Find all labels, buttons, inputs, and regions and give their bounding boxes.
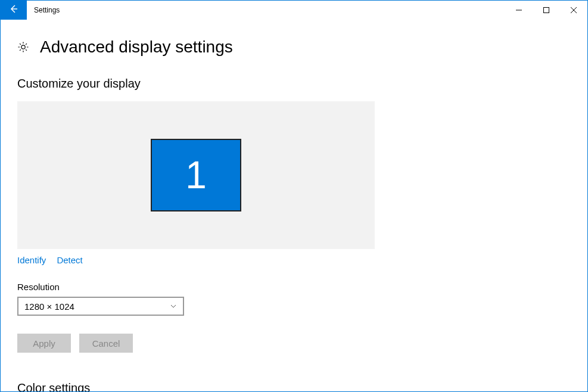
apply-button-label: Apply — [33, 338, 55, 349]
monitor-tile-1[interactable]: 1 — [151, 139, 241, 211]
display-links: Identify Detect — [17, 255, 571, 265]
svg-rect-2 — [544, 8, 549, 13]
gear-icon — [17, 41, 29, 53]
back-button[interactable] — [1, 1, 27, 20]
cancel-button-label: Cancel — [92, 338, 120, 349]
identify-link[interactable]: Identify — [17, 255, 46, 265]
app-title: Settings — [34, 6, 60, 14]
display-preview-area: 1 — [17, 101, 375, 249]
close-button[interactable] — [560, 1, 587, 20]
page-title: Advanced display settings — [40, 38, 233, 57]
page-header: Advanced display settings — [17, 38, 571, 57]
window-controls — [505, 1, 587, 20]
apply-button[interactable]: Apply — [17, 334, 71, 353]
action-button-row: Apply Cancel — [17, 334, 571, 353]
resolution-selected-value: 1280 × 1024 — [24, 301, 74, 312]
maximize-button[interactable] — [533, 1, 560, 20]
resolution-dropdown[interactable]: 1280 × 1024 — [17, 297, 184, 316]
monitor-number-label: 1 — [185, 153, 207, 197]
content-area: Advanced display settings Customize your… — [1, 20, 587, 392]
titlebar: Settings — [1, 1, 587, 20]
maximize-icon — [543, 5, 549, 15]
svg-point-5 — [21, 45, 25, 49]
back-arrow-icon — [9, 4, 18, 16]
color-settings-heading: Color settings — [17, 381, 571, 392]
close-icon — [571, 5, 577, 15]
minimize-icon — [516, 5, 522, 15]
minimize-button[interactable] — [505, 1, 533, 20]
resolution-label: Resolution — [17, 282, 571, 292]
chevron-down-icon — [170, 301, 177, 312]
customize-heading: Customize your display — [17, 77, 571, 91]
cancel-button[interactable]: Cancel — [79, 334, 133, 353]
detect-link[interactable]: Detect — [57, 255, 82, 265]
